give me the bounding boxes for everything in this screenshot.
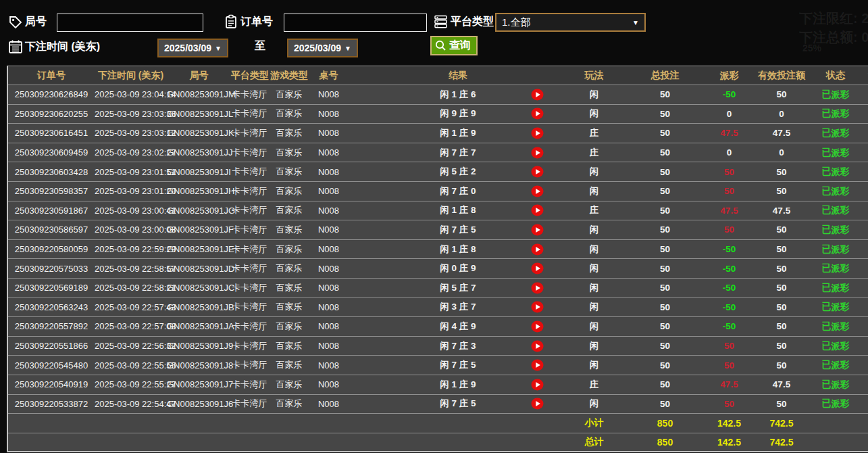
total-bet-cell: 50: [619, 379, 711, 389]
platform-cell: 卡卡湾厅: [231, 224, 268, 236]
play-video-icon[interactable]: [531, 185, 544, 197]
order-no-cell: 250309220575033: [8, 264, 95, 274]
result-text: 闲 1 庄 8: [440, 244, 476, 254]
status-badge: 已派彩: [815, 185, 856, 197]
date-to-picker[interactable]: 2025/03/09 ▼: [287, 39, 358, 57]
search-icon: [434, 39, 447, 52]
date-from-picker[interactable]: 2025/03/09 ▼: [157, 39, 228, 57]
bet-time-cell: 2025-03-09 23:00:08: [95, 224, 167, 235]
play-video-icon[interactable]: [531, 243, 544, 256]
play-video-icon[interactable]: [531, 127, 544, 139]
payout-cell: -50: [711, 302, 748, 312]
platform-cell: 卡卡湾厅: [231, 243, 268, 256]
play-video-icon[interactable]: [531, 262, 544, 275]
bet-time-cell: 2025-03-09 22:58:57: [95, 264, 167, 274]
result-text: 闲 1 庄 6: [440, 89, 476, 99]
game-no-cell: GN008253091JA: [167, 321, 231, 331]
play-type-cell: 闲: [569, 243, 619, 256]
col-status: 状态: [815, 70, 856, 82]
chevron-down-icon: ▼: [344, 45, 351, 52]
platform-cell: 卡卡湾厅: [231, 340, 268, 352]
total-bet-cell: 50: [619, 399, 711, 409]
to-label: 至: [255, 39, 265, 53]
status-badge: 已派彩: [815, 340, 856, 352]
game-no-cell: GN008253091JI: [167, 167, 231, 177]
bet-time-cell: 2025-03-09 22:58:21: [95, 283, 167, 293]
payout-cell: 50: [711, 360, 748, 371]
valid-bet-cell: 47.5: [748, 206, 815, 216]
order-no-cell: 250309230586597: [8, 224, 95, 235]
table-row: 250309230591867 2025-03-09 23:00:41 GN00…: [8, 201, 868, 220]
query-button-label: 查询: [449, 39, 471, 53]
table-row: 250309230603428 2025-03-09 23:01:51 GN00…: [8, 162, 868, 181]
play-video-icon[interactable]: [531, 147, 544, 159]
play-video-icon[interactable]: [531, 282, 544, 294]
game-no-cell: GN008253091JM: [167, 89, 231, 99]
order-no-cell: 250309230616451: [8, 128, 95, 138]
total-label: 总计: [569, 436, 619, 448]
platform-list-icon: [434, 14, 449, 29]
clipboard-icon: [224, 14, 238, 29]
result-cell: 闲 5 庄 7: [347, 282, 569, 294]
table-row: 250309220545480 2025-03-09 22:55:55 GN00…: [8, 355, 868, 375]
col-bet-time: 下注时间 (美东): [95, 70, 167, 82]
valid-bet-cell: 50: [748, 264, 815, 274]
table-no-cell: N008: [310, 167, 347, 177]
order-no-cell: 250309220545480: [8, 360, 95, 371]
query-button[interactable]: 查询: [430, 36, 478, 55]
result-cell: 闲 7 庄 5: [347, 224, 569, 236]
result-cell: 闲 3 庄 7: [347, 301, 569, 313]
result-cell: 闲 1 庄 9: [347, 379, 569, 391]
result-cell: 闲 7 庄 5: [347, 359, 569, 371]
play-type-cell: 庄: [569, 147, 619, 159]
platform-cell: 卡卡湾厅: [231, 204, 268, 216]
play-video-icon[interactable]: [531, 224, 544, 236]
play-type-cell: 庄: [569, 204, 619, 216]
play-video-icon[interactable]: [531, 301, 544, 313]
platform-cell: 卡卡湾厅: [231, 89, 268, 101]
valid-bet-cell: 0: [748, 109, 815, 119]
total-bet-cell: 50: [619, 264, 711, 274]
game-no-input[interactable]: [57, 14, 203, 32]
table-no-cell: N008: [310, 224, 347, 235]
play-type-cell: 闲: [569, 359, 619, 371]
game-no-cell: GN008253091JB: [167, 302, 231, 312]
result-text: 闲 7 庄 5: [440, 360, 476, 370]
platform-type-select[interactable]: 1.全部 ▼: [495, 13, 646, 32]
table-header-row: 订单号 下注时间 (美东) 局号 平台类型 游戏类型 桌号 结果 玩法 总投注 …: [8, 66, 868, 85]
play-video-icon[interactable]: [531, 89, 544, 101]
table-no-cell: N008: [310, 264, 347, 274]
result-text: 闲 0 庄 9: [440, 263, 476, 273]
total-bet-cell: 50: [619, 283, 711, 293]
play-video-icon[interactable]: [531, 108, 544, 120]
play-video-icon[interactable]: [531, 166, 544, 178]
result-text: 闲 7 庄 5: [440, 398, 476, 408]
play-video-icon[interactable]: [531, 320, 544, 333]
bet-time-cell: 2025-03-09 23:03:36: [95, 109, 167, 119]
col-platform-type: 平台类型: [231, 70, 268, 82]
play-type-cell: 闲: [569, 262, 619, 275]
game-type-cell: 百家乐: [268, 89, 310, 101]
payout-cell: 0: [711, 109, 748, 119]
col-valid-bet: 有效投注额: [748, 70, 815, 82]
result-text: 闲 7 庄 7: [440, 147, 476, 158]
result-text: 闲 7 庄 5: [440, 224, 476, 235]
col-result: 结果: [347, 70, 569, 82]
play-video-icon[interactable]: [531, 340, 544, 352]
order-no-cell: 250309220580059: [8, 244, 95, 254]
payout-cell: 50: [711, 186, 748, 196]
table-row: 250309220575033 2025-03-09 22:58:57 GN00…: [8, 258, 868, 278]
play-video-icon[interactable]: [531, 204, 544, 216]
game-no-cell: GN008253091JH: [167, 186, 231, 196]
col-table-no: 桌号: [310, 70, 347, 82]
table-no-cell: N008: [310, 283, 347, 293]
play-type-cell: 闲: [569, 166, 619, 178]
result-cell: 闲 7 庄 0: [347, 185, 569, 197]
order-no-input[interactable]: [284, 14, 427, 32]
play-video-icon[interactable]: [531, 398, 544, 410]
game-no-cell: GN008253091JD: [167, 264, 231, 274]
play-video-icon[interactable]: [531, 359, 544, 371]
play-video-icon[interactable]: [531, 379, 544, 391]
subtotal-payout: 142.5: [711, 418, 748, 429]
table-row: 250309230609459 2025-03-09 23:02:27 GN00…: [8, 143, 868, 162]
